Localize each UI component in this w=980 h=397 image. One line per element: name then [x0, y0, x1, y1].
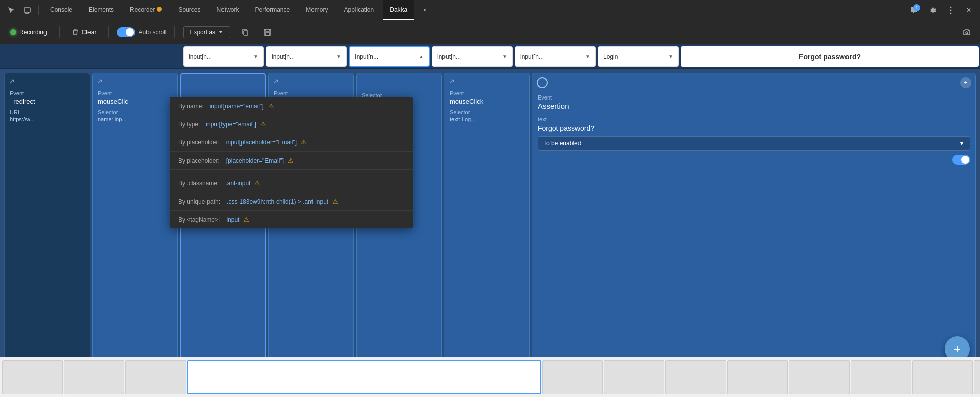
selector-dropdown: By name: input[name="email"] ⚠ By type: …	[170, 97, 413, 228]
chevron-down-icon: ▼	[668, 54, 673, 59]
filmstrip-cell[interactable]	[2, 360, 63, 394]
dropdown-item-value: input[type="email"]	[206, 121, 256, 128]
warning-icon: ⚠	[254, 179, 260, 187]
toggle-knob	[126, 28, 134, 36]
circle-outline-icon[interactable]	[537, 77, 548, 88]
filmstrip-cell[interactable]	[542, 360, 603, 394]
filmstrip	[0, 357, 980, 397]
assertion-text-section: text Forgot password?	[538, 116, 970, 132]
filmstrip-cell[interactable]	[64, 360, 124, 394]
card-url-label: URL	[10, 109, 84, 115]
warning-icon: ⚠	[268, 102, 274, 110]
tab-elements[interactable]: Elements	[81, 0, 121, 20]
dropdown-item-by-placeholder-2[interactable]: By placeholder: [placeholder="Email"] ⚠	[170, 152, 413, 170]
filmstrip-cell[interactable]	[604, 360, 664, 394]
more-vert-icon[interactable]	[944, 3, 958, 17]
cards-row: ↗ Event _redirect URL https://w... 🗑 ↗ E…	[0, 69, 980, 397]
filmstrip-cell[interactable]	[187, 360, 541, 394]
recording-button[interactable]: Recording	[6, 27, 51, 38]
device-icon[interactable]	[20, 3, 34, 17]
cursor-icon[interactable]	[4, 3, 18, 17]
dropdown-item-by-classname[interactable]: By .classname: .ant-input ⚠	[170, 174, 413, 192]
toolbar-separator-1	[59, 26, 60, 38]
col-header-6[interactable]: Login ▼	[598, 46, 679, 67]
col-header-7[interactable]: Forgot password?	[681, 46, 979, 67]
card-selector-value: name: inp...	[98, 116, 172, 122]
toolbar-separator-3	[174, 26, 175, 38]
card-content: Event _redirect URL https://w...	[10, 88, 84, 122]
dropdown-item-by-placeholder-1[interactable]: By placeholder: input[placeholder="Email…	[170, 133, 413, 152]
svg-point-1	[157, 7, 162, 12]
settings-icon[interactable]	[925, 3, 940, 17]
svg-point-3	[950, 9, 952, 11]
assertion-dropdown[interactable]: To be enabled ▼	[538, 136, 970, 151]
expand-icon[interactable]: ↗	[97, 77, 103, 85]
autoscroll-toggle-wrap: Auto scroll	[117, 27, 166, 37]
assertion-divider	[538, 160, 948, 160]
dropdown-item-by-name[interactable]: By name: input[name="email"] ⚠	[170, 97, 413, 115]
svg-point-7	[966, 32, 968, 34]
add-circle-icon[interactable]: +	[960, 77, 971, 88]
toolbar-separator-2	[108, 26, 109, 38]
tab-network[interactable]: Network	[209, 0, 246, 20]
dropdown-item-label: By type:	[178, 121, 200, 128]
tab-sources[interactable]: Sources	[171, 0, 207, 20]
filmstrip-cell[interactable]	[974, 360, 980, 394]
copy-icon[interactable]	[238, 25, 252, 39]
card-event-value: Assertion	[538, 102, 970, 110]
save-icon[interactable]	[260, 25, 275, 39]
filmstrip-cell[interactable]	[727, 360, 788, 394]
main-area: input[n... ▼ input[n... ▼ input[n... ▲ i…	[0, 44, 980, 397]
warning-icon: ⚠	[243, 216, 249, 223]
tab-more[interactable]: »	[416, 0, 434, 20]
tab-dakka[interactable]: Dakka	[383, 0, 414, 20]
dropdown-item-label: By <tagName>:	[178, 216, 220, 223]
expand-icon[interactable]: ↗	[449, 77, 455, 85]
autoscroll-toggle[interactable]	[117, 27, 135, 37]
close-icon[interactable]: ×	[962, 3, 976, 17]
card-selector-label: Selector	[98, 109, 172, 115]
card-event-value: _redirect	[10, 97, 84, 105]
col-header-2[interactable]: input[n... ▼	[266, 46, 347, 67]
tab-memory[interactable]: Memory	[299, 0, 335, 20]
filmstrip-cell[interactable]	[125, 360, 186, 394]
card-event-label: Event	[10, 90, 84, 96]
dropdown-item-label: By unique-path:	[178, 198, 220, 205]
filmstrip-cell[interactable]	[851, 360, 911, 394]
assertion-toggle[interactable]	[952, 155, 970, 165]
trash-icon	[72, 29, 79, 36]
export-button[interactable]: Export as	[183, 26, 230, 38]
col-header-5[interactable]: input[n... ▼	[515, 46, 596, 67]
filmstrip-cell[interactable]	[912, 360, 973, 394]
card-content: Event mouseClick Selector text: Log...	[450, 88, 524, 122]
dropdown-item-by-tagname[interactable]: By <tagName>: input ⚠	[170, 211, 413, 228]
chat-button[interactable]: 1	[907, 3, 921, 17]
recording-dot	[10, 29, 16, 35]
svg-point-2	[950, 6, 952, 8]
svg-rect-0	[24, 8, 30, 12]
tab-recorder[interactable]: Recorder	[123, 0, 169, 20]
dropdown-item-value: input[placeholder="Email"]	[226, 139, 297, 146]
camera-icon[interactable]	[960, 25, 974, 39]
chevron-down-icon: ▼	[336, 54, 341, 59]
filmstrip-cell[interactable]	[665, 360, 726, 394]
col-header-1[interactable]: input[n... ▼	[183, 46, 264, 67]
card-content: Event Assertion text Forgot password? To…	[538, 92, 970, 165]
clear-button[interactable]: Clear	[68, 27, 101, 38]
filmstrip-cell[interactable]	[789, 360, 850, 394]
tab-performance[interactable]: Performance	[248, 0, 297, 20]
card-event-label: Event	[450, 90, 524, 96]
expand-icon[interactable]: ↗	[9, 77, 15, 85]
dropdown-item-by-type[interactable]: By type: input[type="email"] ⚠	[170, 115, 413, 133]
tab-console[interactable]: Console	[43, 0, 79, 20]
assertion-text-label: text	[538, 116, 970, 122]
tab-application[interactable]: Application	[337, 0, 381, 20]
col-header-3[interactable]: input[n... ▲	[349, 46, 430, 67]
expand-icon[interactable]: ↗	[273, 77, 279, 85]
toolbar-right	[960, 25, 974, 39]
chat-badge: 1	[913, 4, 920, 11]
assertion-toggle-row	[538, 155, 970, 165]
chevron-down-icon: ▼	[253, 54, 258, 59]
col-header-4[interactable]: input[n... ▼	[432, 46, 513, 67]
dropdown-item-by-unique-path[interactable]: By unique-path: .css-183ew9h:nth-child(1…	[170, 192, 413, 211]
